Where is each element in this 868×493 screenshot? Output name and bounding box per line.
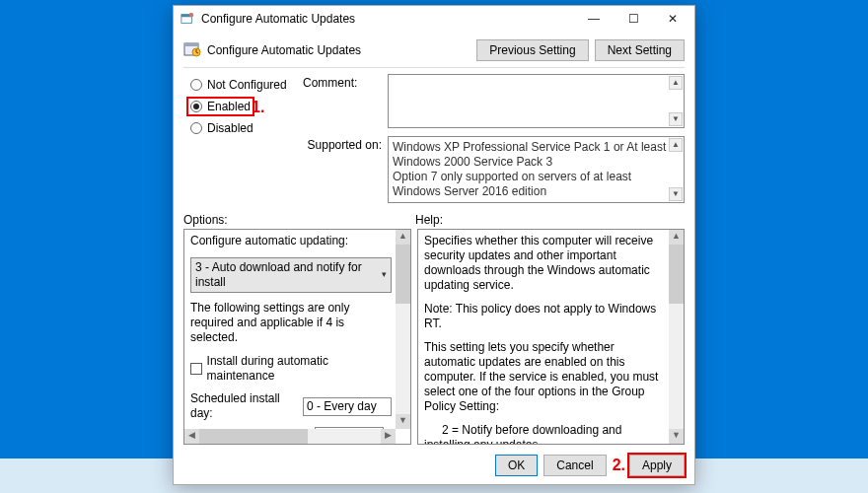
window-icon [180, 11, 195, 27]
install-day-label: Scheduled install day: [190, 391, 297, 421]
options-hscrollbar[interactable]: ◀▶ [184, 429, 396, 444]
install-day-value: 0 - Every day [307, 399, 377, 414]
radio-enabled[interactable]: Enabled [190, 100, 251, 113]
radio-label: Enabled [207, 100, 251, 113]
maintenance-label: Install during automatic maintenance [207, 354, 392, 384]
config-updating-select[interactable]: 3 - Auto download and notify for install… [190, 257, 392, 293]
highlight-enabled: Enabled [186, 97, 254, 116]
supported-text: Windows XP Professional Service Pack 1 o… [393, 140, 666, 198]
window-title: Configure Automatic Updates [201, 12, 574, 26]
radio-not-configured[interactable]: Not Configured [190, 78, 289, 92]
subheader-title: Configure Automatic Updates [207, 43, 361, 57]
cancel-button[interactable]: Cancel [543, 455, 606, 476]
comment-label: Comment: [303, 74, 382, 90]
supported-label: Supported on: [303, 136, 382, 152]
chevron-down-icon: ▾ [382, 269, 387, 280]
radio-label: Not Configured [207, 78, 287, 92]
close-button[interactable]: ✕ [653, 6, 692, 32]
radio-label: Disabled [207, 121, 253, 135]
maximize-button[interactable]: ☐ [614, 6, 653, 32]
options-pane: Configure automatic updating: 3 - Auto d… [183, 229, 411, 445]
install-day-select[interactable]: 0 - Every day [303, 397, 392, 416]
minimize-button[interactable]: — [574, 6, 614, 32]
titlebar[interactable]: Configure Automatic Updates — ☐ ✕ [174, 6, 694, 32]
subheader: Configure Automatic Updates Previous Set… [174, 32, 694, 67]
comment-textarea[interactable]: ▲▼ [388, 74, 685, 128]
svg-rect-2 [189, 13, 193, 17]
comment-scrollbar[interactable]: ▲▼ [669, 76, 683, 126]
ok-button[interactable]: OK [495, 455, 538, 476]
maintenance-checkbox[interactable]: Install during automatic maintenance [190, 354, 392, 384]
policy-icon [183, 40, 201, 61]
scrollbar-thumb[interactable] [669, 245, 684, 304]
help-text: This setting lets you specify whether au… [424, 340, 665, 414]
scrollbar-thumb[interactable] [199, 429, 308, 444]
highlight-apply: Apply [627, 453, 687, 478]
help-vscrollbar[interactable]: ▲▼ [669, 230, 684, 444]
scrollbar-thumb[interactable] [396, 245, 410, 304]
supported-scrollbar[interactable]: ▲▼ [669, 138, 683, 201]
options-note-1: The following settings are only required… [190, 301, 392, 345]
help-text: Note: This policy does not apply to Wind… [424, 302, 665, 331]
config-updating-value: 3 - Auto download and notify for install [195, 260, 382, 290]
help-label: Help: [415, 213, 443, 227]
callout-2: 2. [613, 457, 625, 474]
options-label: Options: [183, 213, 415, 227]
radio-disabled[interactable]: Disabled [190, 121, 289, 135]
previous-setting-button[interactable]: Previous Setting [476, 39, 588, 61]
apply-button[interactable]: Apply [629, 455, 685, 476]
next-setting-button[interactable]: Next Setting [595, 39, 685, 61]
help-pane: Specifies whether this computer will rec… [417, 229, 685, 445]
config-updating-label: Configure automatic updating: [190, 234, 392, 248]
svg-rect-4 [184, 43, 198, 46]
supported-box: Windows XP Professional Service Pack 1 o… [388, 136, 685, 203]
help-text: Specifies whether this computer will rec… [424, 234, 665, 293]
help-text: 2 = Notify before downloading and instal… [424, 423, 665, 444]
dialog-configure-automatic-updates: Configure Automatic Updates — ☐ ✕ Config… [173, 5, 695, 485]
dialog-footer: OK Cancel 2. Apply [174, 449, 694, 484]
callout-1: 1. [252, 99, 264, 116]
options-vscrollbar[interactable]: ▲▼ [396, 230, 410, 429]
